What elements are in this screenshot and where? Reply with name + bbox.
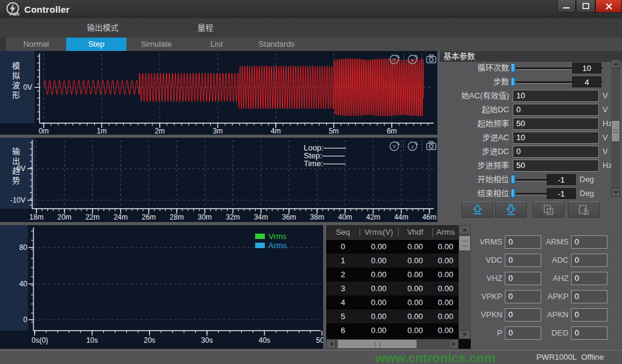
end-phase-unit: Deg xyxy=(579,187,594,200)
tab-list[interactable]: List xyxy=(186,38,247,51)
cell: 0.00 xyxy=(360,323,398,337)
column-header-seq[interactable]: Seq xyxy=(326,225,360,240)
end-phase-slider-track[interactable] xyxy=(513,193,550,195)
column-header-vhdf[interactable]: Vhdf xyxy=(398,225,432,240)
copy-button[interactable] xyxy=(533,201,564,218)
chart-toolbar: Yx xyxy=(389,53,437,65)
table-row[interactable]: 00.000.000.00 xyxy=(326,240,459,254)
x-tick-label: 18m xyxy=(29,213,43,221)
param-row-step-dc: 步进DC0V xyxy=(440,146,622,158)
scroll-down-button[interactable] xyxy=(611,188,620,197)
meas-value-arms[interactable]: 0 xyxy=(571,235,607,249)
table-hscrollbar[interactable] xyxy=(326,339,459,349)
table-row[interactable]: 60.000.000.00 xyxy=(326,323,459,337)
table-row[interactable]: 20.000.000.00 xyxy=(326,268,459,281)
column-header-arms[interactable]: Arms xyxy=(432,225,459,240)
titlebar: PWR Controller xyxy=(0,0,622,19)
cell: 0.00 xyxy=(432,240,459,254)
tab-step[interactable]: Step xyxy=(66,38,126,51)
legend-item-vrms: Vrms xyxy=(255,232,287,241)
loop-count-value[interactable]: 10 xyxy=(572,62,601,73)
x-autoscale-button[interactable]: x xyxy=(407,53,419,65)
meas-value-ahz[interactable]: 0 xyxy=(571,272,607,285)
pwr-logo-icon: PWR xyxy=(5,1,21,17)
thumb-grip xyxy=(462,241,468,246)
step-count-slider-handle[interactable] xyxy=(511,77,516,86)
camera-button[interactable] xyxy=(425,53,437,65)
x-tick-label: 50s xyxy=(316,336,323,345)
minimize-button[interactable] xyxy=(557,0,576,13)
scroll-right-button[interactable] xyxy=(449,339,459,349)
end-phase-value[interactable]: -1 xyxy=(547,188,576,199)
end-phase-slider-handle[interactable] xyxy=(511,189,516,198)
start-phase-label: 开始相位 xyxy=(440,174,509,186)
step-count-label: 步数 xyxy=(440,76,509,88)
tab-normal[interactable]: Normal xyxy=(6,38,66,51)
meas-value-apkp[interactable]: 0 xyxy=(571,290,607,303)
start-phase-slider-track[interactable] xyxy=(513,179,550,181)
step-frequency-input[interactable]: 50 xyxy=(513,160,599,172)
column-header-vrmsv[interactable]: Vrms(V) xyxy=(360,225,398,240)
start-phase-value[interactable]: -1 xyxy=(547,174,576,185)
scroll-up-button[interactable] xyxy=(459,225,471,234)
export-button[interactable] xyxy=(568,201,600,218)
scroll-up-button[interactable] xyxy=(611,59,620,68)
vscroll-thumb[interactable] xyxy=(611,120,620,142)
statusbar: www.cntronics.com PWR1000L Offline xyxy=(0,350,622,364)
cell: 0.00 xyxy=(398,268,432,281)
scroll-down-button[interactable] xyxy=(459,330,471,339)
start-phase-slider-handle[interactable] xyxy=(511,175,516,184)
x-tick-label: 3m xyxy=(213,127,223,135)
start-dc-input[interactable]: 0 xyxy=(513,104,599,116)
param-row-start-ac: 始AC(有效值)10V xyxy=(440,90,622,103)
vscroll-thumb[interactable] xyxy=(459,235,471,251)
x-tick-label: 40s xyxy=(259,336,270,345)
hscroll-thumb[interactable] xyxy=(337,339,417,349)
meas-value-adc[interactable]: 0 xyxy=(571,254,607,267)
close-button[interactable] xyxy=(595,0,622,13)
meas-value-deg[interactable]: 0 xyxy=(571,326,607,340)
x-tick-label: 34m xyxy=(254,213,268,221)
step-ac-input[interactable]: 10 xyxy=(513,132,599,144)
table-row[interactable]: 10.000.000.00 xyxy=(326,254,459,268)
camera-button[interactable] xyxy=(425,140,437,152)
params-vscrollbar[interactable] xyxy=(611,59,620,197)
table-row[interactable]: 50.000.000.00 xyxy=(326,309,459,323)
start-frequency-input[interactable]: 50 xyxy=(513,118,599,130)
meas-label-ahz: AHZ xyxy=(529,272,569,285)
cell: 4 xyxy=(326,295,360,309)
y-autoscale-button[interactable]: Y xyxy=(389,140,401,152)
y-autoscale-icon: Y xyxy=(389,140,401,152)
start-ac-input[interactable]: 10 xyxy=(513,90,599,102)
y-autoscale-button[interactable]: Y xyxy=(389,53,401,65)
table-vscrollbar[interactable] xyxy=(459,225,471,339)
cell: 0.00 xyxy=(360,240,398,254)
x-tick-label: 42m xyxy=(366,213,380,221)
loop-count-slider-handle[interactable] xyxy=(511,63,516,72)
step-count-value[interactable]: 4 xyxy=(572,76,601,87)
move-up-button[interactable] xyxy=(462,201,493,218)
meas-value-apkn[interactable]: 0 xyxy=(571,308,607,322)
cell: 0.00 xyxy=(432,268,459,281)
maximize-button[interactable] xyxy=(576,0,595,13)
tab-standards[interactable]: Standards xyxy=(247,38,307,51)
svg-text:Y: Y xyxy=(392,57,396,63)
scroll-left-button[interactable] xyxy=(326,339,336,349)
step-dc-label: 步进DC xyxy=(440,146,509,158)
table-row[interactable]: 40.000.000.00 xyxy=(326,295,459,309)
step-ac-label: 步进AC xyxy=(440,132,509,144)
tab-simulate[interactable]: Simulate xyxy=(126,38,186,51)
connection-state: Offline xyxy=(581,352,604,362)
arrow-up-icon xyxy=(613,62,618,66)
step-dc-input[interactable]: 0 xyxy=(513,146,599,158)
cell: 0 xyxy=(326,240,360,254)
tabbar-notch xyxy=(0,38,6,51)
camera-icon xyxy=(425,140,437,152)
table-row[interactable]: 30.000.000.00 xyxy=(326,281,459,295)
cell: 5 xyxy=(326,309,360,323)
close-icon xyxy=(606,3,612,10)
x-tick-label: 32m xyxy=(226,213,240,221)
header-separator xyxy=(360,228,360,237)
move-down-button[interactable] xyxy=(495,201,527,218)
x-autoscale-button[interactable]: x xyxy=(407,140,419,152)
